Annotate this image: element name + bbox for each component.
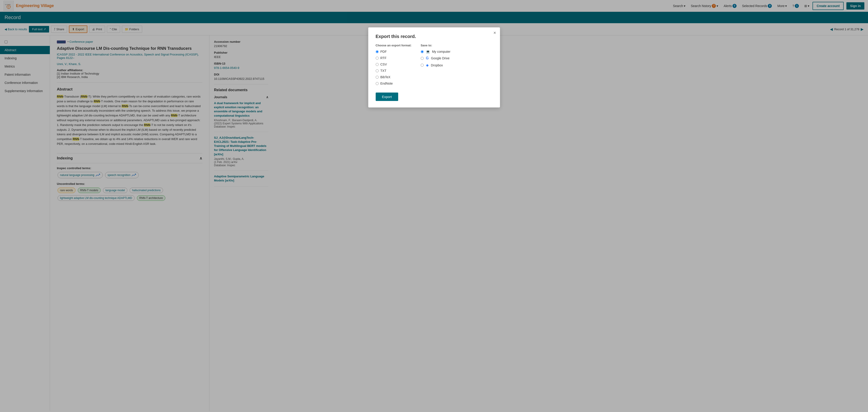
save-googledrive[interactable]: G Google Drive — [421, 56, 451, 60]
modal-columns: Choose an export format: PDF RTF CSV TXT — [376, 44, 493, 88]
format-endnote-radio[interactable] — [376, 82, 379, 85]
modal-title: Export this record. — [376, 34, 493, 39]
format-rtf-radio[interactable] — [376, 57, 379, 60]
format-pdf-radio[interactable] — [376, 50, 379, 53]
computer-icon: 💻 — [426, 50, 430, 54]
save-dropbox[interactable]: ◈ Dropbox — [421, 63, 451, 67]
format-endnote[interactable]: EndNote — [376, 82, 412, 85]
format-pdf[interactable]: PDF — [376, 50, 412, 54]
format-csv-radio[interactable] — [376, 63, 379, 66]
export-modal: × Export this record. Choose an export f… — [368, 27, 500, 107]
export-submit-button[interactable]: Export — [376, 93, 398, 101]
google-icon: G — [426, 56, 429, 60]
modal-close-button[interactable]: × — [493, 30, 496, 35]
modal-overlay: × Export this record. Choose an export f… — [0, 0, 868, 411]
save-mycomputer[interactable]: 💻 My computer — [421, 50, 451, 54]
format-column: Choose an export format: PDF RTF CSV TXT — [376, 44, 412, 88]
dropbox-icon: ◈ — [426, 63, 429, 67]
format-bibtex[interactable]: BibTeX — [376, 75, 412, 79]
format-rtf[interactable]: RTF — [376, 56, 412, 60]
save-mycomputer-radio[interactable] — [421, 50, 424, 53]
save-googledrive-radio[interactable] — [421, 57, 424, 60]
format-bibtex-radio[interactable] — [376, 76, 379, 79]
save-column: Save to: 💻 My computer G Google Drive ◈ … — [421, 44, 451, 88]
format-txt-radio[interactable] — [376, 69, 379, 72]
save-dropbox-radio[interactable] — [421, 64, 424, 67]
format-txt[interactable]: TXT — [376, 69, 412, 72]
format-csv[interactable]: CSV — [376, 63, 412, 66]
